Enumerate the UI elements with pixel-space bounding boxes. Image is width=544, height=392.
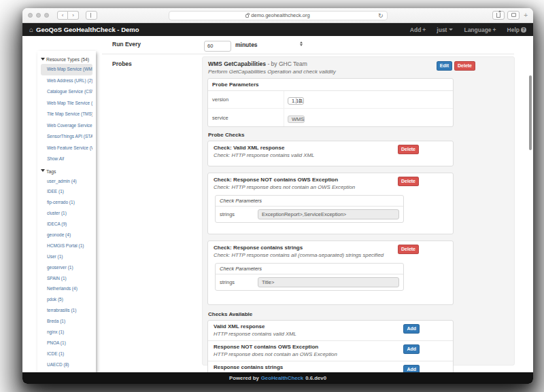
browser-chrome: ‹ › demo.geohealthcheck.org ↻ +: [22, 8, 533, 23]
probe-byline: - by GHC Team: [266, 60, 307, 67]
sidebar-item-wms[interactable]: Web Map Service (WMS) (26): [41, 64, 92, 75]
window-controls: [28, 13, 49, 18]
tag-link[interactable]: geonode (4): [41, 230, 92, 240]
probe-checks-label: Probe Checks: [208, 132, 514, 138]
row-divider: [102, 54, 514, 54]
check-parameters-panel: Check Parameters strings Title>: [215, 263, 404, 291]
service-row: service WMS: [208, 109, 453, 126]
home-icon: ⌂: [29, 26, 33, 33]
filter-sidebar: Resource Types (54) Web Map Service (WMS…: [37, 51, 96, 375]
add-label: Add: [410, 26, 422, 33]
help-label: Help: [507, 26, 520, 33]
tag-link[interactable]: HCMGIS Portal (1): [41, 240, 92, 251]
strings-label: strings: [220, 279, 258, 285]
share-button[interactable]: [492, 11, 505, 20]
language-menu[interactable]: Language+: [464, 26, 496, 33]
browser-window: ‹ › demo.geohealthcheck.org ↻ + ⌂ GeoQoS…: [22, 8, 533, 384]
probe-name: WMS GetCapabilities: [208, 60, 266, 67]
sidebar-item-wcs[interactable]: Web Coverage Service (WCS) (2): [41, 120, 92, 132]
number-stepper-icon[interactable]: [298, 38, 305, 49]
sidebar-toggle-button[interactable]: [86, 11, 97, 20]
sidebar-item-tms[interactable]: Tile Map Service (TMS) (1): [41, 109, 92, 120]
strings-input: Title>: [258, 277, 399, 287]
tag-link[interactable]: SPAIN (1): [41, 273, 92, 284]
show-all-link[interactable]: Show All: [41, 154, 92, 165]
add-check-button[interactable]: Add: [403, 344, 420, 354]
tag-link[interactable]: terrabrasilis (1): [41, 305, 92, 316]
delete-probe-button[interactable]: Delete: [454, 61, 475, 71]
delete-check-button[interactable]: Delete: [398, 245, 419, 254]
tag-link[interactable]: Netherlands (4): [41, 283, 92, 294]
chrome-actions: +: [492, 11, 528, 20]
tag-link[interactable]: pdok (5): [41, 294, 92, 305]
check-parameters-header: Check Parameters: [216, 264, 403, 274]
tag-link[interactable]: IDECA (9): [41, 219, 92, 230]
refresh-icon[interactable]: ↻: [378, 12, 384, 20]
sidebar-item-wmts[interactable]: Web Map Tile Service (WMTS) (4): [41, 98, 92, 109]
sidebar-item-csw[interactable]: Catalogue Service (CSW) (13): [41, 86, 92, 98]
help-link[interactable]: Help?: [507, 26, 526, 33]
minimize-window-button[interactable]: [36, 13, 41, 18]
plus-icon: +: [493, 26, 496, 33]
lock-icon: [245, 14, 249, 18]
tag-link[interactable]: geoserver (1): [41, 262, 92, 273]
tag-link[interactable]: User (1): [41, 251, 92, 262]
run-every-field: minutes: [204, 38, 258, 52]
strings-row: strings Title>: [216, 274, 403, 290]
tab-overview-button[interactable]: [507, 11, 520, 20]
strings-row: strings ExceptionReport>,ServiceExceptio…: [216, 207, 403, 222]
tag-link[interactable]: nginx (1): [41, 327, 92, 338]
forward-button[interactable]: ›: [68, 11, 79, 20]
tabs-icon: [511, 13, 516, 17]
close-window-button[interactable]: [28, 13, 33, 18]
navbar-links: Add+ just Language+ Help?: [410, 26, 526, 33]
page-footer: Powered by GeoHealthCheck 0.6.dev0: [22, 372, 533, 384]
check-panel-contains-strings: Check: Response contains strings Check: …: [207, 240, 454, 305]
sidebar-item-sta[interactable]: SensorThings API (STA) (1): [41, 131, 92, 143]
user-label: just: [437, 26, 447, 33]
run-every-input[interactable]: [204, 41, 231, 52]
zoom-window-button[interactable]: [44, 13, 49, 18]
edit-probe-button[interactable]: Edit: [437, 61, 452, 71]
geohealthcheck-link[interactable]: GeoHealthCheck: [261, 375, 303, 381]
run-every-unit: minutes: [235, 41, 258, 48]
delete-check-button[interactable]: Delete: [398, 145, 419, 154]
service-label: service: [208, 109, 284, 126]
delete-check-button[interactable]: Delete: [398, 177, 419, 186]
tag-link[interactable]: cluster (1): [41, 208, 92, 219]
probes-label: Probes: [112, 60, 132, 67]
version-select[interactable]: 1.1.1: [288, 97, 304, 105]
back-button[interactable]: ‹: [57, 11, 68, 20]
share-icon: [496, 13, 500, 18]
filter-icon: [41, 169, 45, 172]
probe-parameters-header: Probe Parameters: [208, 79, 453, 91]
tag-link[interactable]: ICDE (1): [41, 349, 92, 359]
check-panel-ows-exception: Check: Response NOT contains OWS Excepti…: [207, 173, 454, 234]
address-bar[interactable]: demo.geohealthcheck.org ↻: [169, 11, 388, 20]
service-input: WMS: [288, 115, 305, 123]
scrollbar-thumb[interactable]: [529, 75, 532, 150]
history-nav: ‹ ›: [57, 11, 79, 20]
tag-link[interactable]: IDEE (1): [41, 186, 92, 197]
tag-link[interactable]: UAECD (8): [41, 359, 92, 370]
sidebar-item-url[interactable]: Web Address (URL) (2): [41, 75, 92, 87]
resource-types-header: Resource Types (54): [41, 55, 92, 64]
app-navbar: ⌂ GeoQoS GeoHealthCheck - Demo Add+ just…: [22, 23, 533, 36]
plus-icon: +: [422, 26, 426, 33]
language-label: Language: [464, 26, 491, 33]
filter-icon: [41, 58, 45, 60]
tag-link[interactable]: fip-cerrado (1): [41, 197, 92, 208]
tag-link[interactable]: Breda (1): [41, 316, 92, 327]
tag-link[interactable]: user_admin (4): [41, 176, 92, 187]
powered-by-text: Powered by: [229, 375, 259, 381]
navbar-brand[interactable]: ⌂ GeoQoS GeoHealthCheck - Demo: [29, 26, 139, 33]
tag-link[interactable]: PNOA (1): [41, 338, 92, 349]
sidebar-item-wfs[interactable]: Web Feature Service (WFS) (5): [41, 143, 92, 154]
add-check-button[interactable]: Add: [403, 324, 420, 334]
user-menu[interactable]: just: [437, 26, 453, 33]
check-panel-valid-xml: Check: Valid XML response Check: HTTP re…: [207, 141, 454, 166]
version-label: version: [208, 91, 284, 108]
add-menu[interactable]: Add+: [410, 26, 426, 33]
new-tab-button[interactable]: +: [524, 12, 528, 19]
available-check-row: Valid XML response HTTP response contain…: [208, 321, 453, 340]
